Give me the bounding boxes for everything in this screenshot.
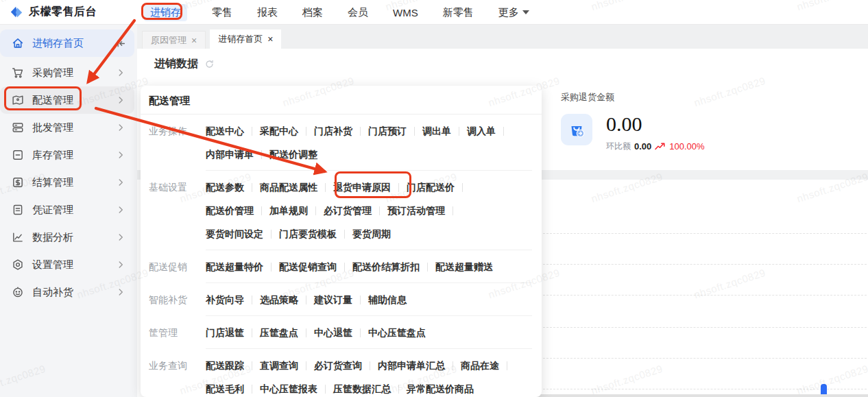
menu-item[interactable]: 采配中心 [260, 125, 298, 136]
menu-item[interactable]: 异常配送价商品 [407, 383, 474, 394]
menu-item[interactable]: 门店预订 [368, 125, 407, 136]
section-title: 进销数据 [154, 57, 198, 71]
sidebar-item-label: 设置管理 [32, 258, 115, 272]
menu-item[interactable]: 中心退筐 [314, 327, 352, 338]
menu-item[interactable]: 中心压筐报表 [260, 383, 317, 394]
logo[interactable]: 乐檬零售后台 [10, 5, 97, 19]
chart-gridline [543, 327, 867, 328]
menu-item[interactable]: 配送价管理 [206, 205, 254, 216]
tab[interactable]: 原因管理 × [142, 31, 206, 49]
menu-group: 智能补货 补货向导选品策略建议订量辅助信息 [141, 283, 542, 316]
menu-item-separator [462, 183, 463, 192]
menu-row: 配送中心采配中心门店补货门店预订调出单调入单 [206, 119, 532, 143]
chevron-right-icon [115, 122, 126, 133]
nav-item[interactable]: 新零售 [443, 6, 474, 19]
menu-item-separator [252, 328, 252, 337]
menu-item[interactable]: 门店要货模板 [279, 228, 337, 239]
menu-item[interactable]: 压筐数据汇总 [333, 383, 391, 394]
menu-item-separator [252, 296, 252, 304]
sidebar-item[interactable]: 设置管理 [0, 251, 134, 278]
sidebar-item-label: 凭证管理 [32, 204, 115, 217]
menu-item[interactable]: 退货申请原因 [333, 182, 391, 193]
menu-item[interactable]: 选品策略 [260, 294, 298, 305]
refresh-icon[interactable] [204, 59, 215, 69]
chevron-right-icon [115, 232, 126, 243]
menu-item[interactable]: 调入单 [467, 125, 496, 136]
menu-item[interactable]: 要货时间设定 [206, 228, 263, 239]
menu-item[interactable]: 商品配送属性 [260, 182, 317, 193]
menu-group: 筐管理 门店退筐压筐盘点中心退筐中心压筐盘点 [141, 316, 542, 349]
sidebar-item[interactable]: 数据分析 [0, 224, 134, 251]
nav-item[interactable]: 报表 [257, 6, 278, 19]
menu-item[interactable]: 门店配送价 [407, 182, 455, 193]
distribution-mega-menu: 配送管理 业务操作 配送中心采配中心门店补货门店预订调出单调入单内部申请单配送价… [141, 86, 542, 397]
voucher-icon [11, 204, 24, 217]
menu-item[interactable]: 配送价调整 [269, 149, 317, 160]
menu-item[interactable]: 配送中心 [206, 125, 244, 136]
menu-item-separator [306, 127, 306, 136]
menu-group-label: 基础设置 [149, 176, 206, 245]
menu-item[interactable]: 配送价结算折扣 [352, 261, 420, 272]
menu-item[interactable]: 配送促销查询 [279, 261, 337, 272]
menu-group: 业务操作 配送中心采配中心门店补货门店预订调出单调入单内部申请单配送价调整 [141, 115, 542, 171]
menu-row: 配送跟踪直调查询必订货查询内部申请单汇总商品在途 [206, 354, 532, 377]
menu-item[interactable]: 内部申请单汇总 [378, 360, 445, 371]
menu-item-separator [252, 361, 252, 370]
menu-item[interactable]: 预订活动管理 [387, 205, 445, 216]
chevron-right-icon [115, 67, 126, 78]
close-icon[interactable]: × [191, 36, 197, 45]
sidebar-item[interactable]: 采购管理 [0, 59, 134, 86]
nav-item[interactable]: 进销存 [144, 4, 187, 21]
sidebar: 进销存首页 采购管理 配送管理 批发管理 库存管理 结算管理 凭证管理 数据分析… [0, 25, 137, 397]
mega-menu-title: 配送管理 [141, 86, 542, 115]
menu-item-separator [360, 328, 361, 337]
sidebar-item-label: 数据分析 [32, 231, 115, 244]
menu-item[interactable]: 必订货管理 [324, 205, 372, 216]
menu-item[interactable]: 中心压筐盘点 [368, 327, 426, 338]
menu-item-separator [261, 206, 262, 215]
nav-item[interactable]: 更多 [498, 6, 529, 19]
nav-item[interactable]: 会员 [348, 6, 368, 19]
menu-item[interactable]: 门店退筐 [206, 327, 244, 338]
nav-item[interactable]: 档案 [302, 6, 323, 19]
chevron-right-icon [115, 149, 126, 160]
menu-item[interactable]: 门店补货 [314, 125, 352, 136]
menu-item[interactable]: 配送跟踪 [206, 360, 244, 371]
menu-item[interactable]: 加单规则 [269, 205, 308, 216]
sidebar-item[interactable]: 批发管理 [0, 114, 134, 141]
sidebar-item[interactable]: 自动补货 [0, 278, 134, 306]
menu-item[interactable]: 直调查询 [260, 360, 298, 371]
menu-item[interactable]: 补货向导 [206, 294, 244, 305]
menu-item[interactable]: 调出单 [422, 125, 451, 136]
menu-item-separator [503, 127, 504, 136]
cart-icon [11, 67, 24, 80]
menu-item[interactable]: 内部申请单 [206, 149, 254, 160]
sidebar-item[interactable]: 凭证管理 [0, 196, 134, 224]
menu-item-separator [360, 296, 361, 304]
menu-item-separator [344, 263, 345, 272]
menu-item[interactable]: 压筐盘点 [260, 327, 298, 338]
menu-item[interactable]: 商品在途 [461, 360, 499, 371]
sidebar-item[interactable]: 结算管理 [0, 169, 134, 196]
sidebar-item[interactable]: 库存管理 [0, 141, 134, 169]
menu-item[interactable]: 必订货查询 [314, 360, 362, 371]
sidebar-item[interactable]: 进销存首页 [0, 29, 134, 57]
menu-item[interactable]: 配送超量特价 [206, 261, 263, 272]
menu-item[interactable]: 配送毛利 [206, 383, 244, 394]
chevron-right-icon [115, 204, 126, 215]
menu-item[interactable]: 配送超量赠送 [435, 261, 493, 272]
menu-item[interactable]: 要货周期 [352, 228, 391, 239]
menu-item[interactable]: 辅助信息 [368, 294, 407, 305]
menu-item[interactable]: 建议订量 [314, 294, 352, 305]
nav-item[interactable]: 零售 [212, 6, 232, 19]
menu-row: 配送参数商品配送属性退货申请原因门店配送价 [206, 176, 532, 199]
sidebar-item-label: 配送管理 [32, 94, 115, 107]
nav-item[interactable]: WMS [393, 7, 418, 19]
menu-item-separator [414, 127, 415, 136]
close-icon[interactable]: × [267, 34, 273, 44]
tab[interactable]: 进销存首页 × [210, 29, 281, 49]
sidebar-item[interactable]: 配送管理 [0, 86, 134, 114]
stat-compare-value: 0.00 [634, 141, 651, 152]
menu-item[interactable]: 配送参数 [206, 182, 244, 193]
stat-value: 0.00 [606, 114, 705, 134]
